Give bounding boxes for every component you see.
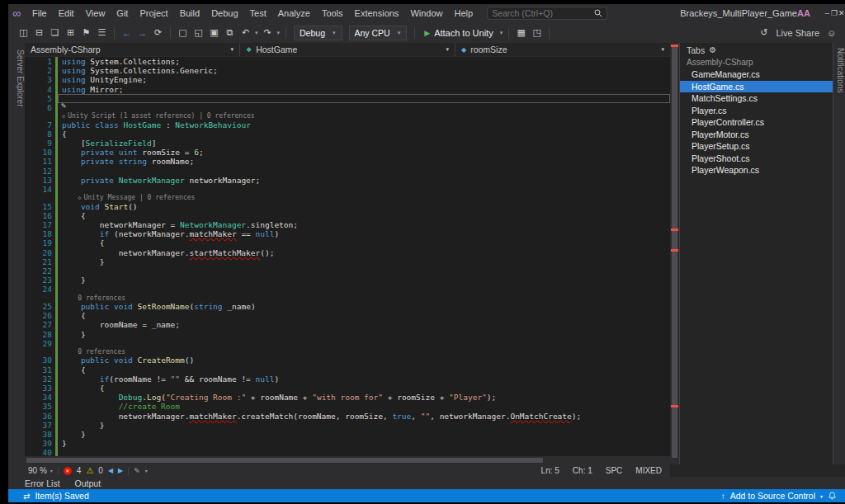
column-indicator[interactable]: Ch: 1 [573,466,592,475]
undo-icon[interactable]: ↶ [238,27,253,38]
open-file-item[interactable]: HostGame.cs [680,81,833,93]
breakpoint-margin[interactable] [25,356,37,365]
vertical-scrollbar-thumb[interactable] [672,46,677,458]
bookmark-icon[interactable]: ⚑ [79,27,93,38]
breakpoint-margin[interactable] [25,257,37,266]
refresh-icon[interactable]: ⟳ [151,27,165,38]
code-editor[interactable]: 1using System.Collections;2using System.… [25,57,670,456]
output-tab[interactable]: Output [75,478,101,488]
line-indicator[interactable]: Ln: 5 [541,466,559,475]
breakpoint-margin[interactable] [25,348,37,356]
project-dropdown[interactable]: Assembly-CSharp ▾ [25,43,240,56]
breakpoint-margin[interactable] [25,311,37,320]
account-badge[interactable]: AA [797,8,810,18]
code-line[interactable]: 12 [25,167,670,176]
breakpoint-margin[interactable] [25,176,37,185]
member-dropdown[interactable]: ◆ roomSize ▾ [456,43,670,56]
pen-icon[interactable]: ✎ [134,467,140,475]
code-line[interactable]: 28 } [25,330,670,339]
code-line[interactable]: 6 [25,103,670,112]
breakpoint-margin[interactable] [25,103,37,112]
feedback-icon[interactable]: ☺ [824,28,838,38]
breakpoint-margin[interactable] [25,220,37,229]
breakpoint-margin[interactable] [25,365,37,374]
open-file-item[interactable]: PlayerSetup.cs [680,140,833,153]
solution-platform-select[interactable]: Any CPU▾ [349,26,408,40]
menu-project[interactable]: Project [134,4,173,22]
redo-icon[interactable]: ↷ [261,27,275,38]
breakpoint-margin[interactable] [25,330,37,339]
code-line[interactable]: 15 void Start() [25,202,670,211]
open-file-item[interactable]: MatchSettings.cs [680,92,833,105]
dropdown-caret-icon[interactable]: ▾ [500,30,503,36]
error-list-tab[interactable]: Error List [25,478,60,488]
code-line[interactable]: 38 } [25,430,670,439]
breakpoint-margin[interactable] [25,112,37,120]
breakpoint-margin[interactable] [25,320,37,329]
code-line[interactable]: 2using System.Collections.Generic; [25,66,670,75]
warning-icon[interactable]: ⚠ [86,466,93,475]
code-line[interactable]: 22 [25,266,670,276]
minimize-button[interactable]: – [824,4,831,22]
breakpoint-margin[interactable] [25,57,37,66]
code-line[interactable]: 1using System.Collections; [25,57,670,66]
pin-tab-icon[interactable]: ◫ [17,27,31,38]
open-file-item[interactable]: PlayerWeapon.cs [680,164,833,177]
open-file-item[interactable]: PlayerController.cs [680,116,833,129]
code-line[interactable]: 32 if(roomName != "" && roomName != null… [25,374,670,384]
breakpoint-margin[interactable] [25,285,37,294]
screenshot-tool-icon[interactable]: ◳ [530,27,544,38]
menu-extensions[interactable]: Extensions [349,4,405,22]
open-file-item[interactable]: Player.cs [680,105,833,117]
code-line[interactable]: 10 private uint roomSize = 6; [25,148,670,157]
breakpoint-margin[interactable] [25,229,37,238]
previous-issue-button[interactable]: ◀ [108,467,113,474]
attach-to-unity-button[interactable]: ▶Attach to Unity [420,28,497,38]
breakpoint-margin[interactable] [25,66,37,75]
breakpoint-margin[interactable] [25,139,37,148]
menu-edit[interactable]: Edit [53,4,80,22]
code-line[interactable]: 40 [25,448,670,456]
code-line[interactable]: 33 { [25,384,670,393]
breakpoint-margin[interactable] [25,339,37,348]
breakpoint-margin[interactable] [25,430,37,439]
float-window-icon[interactable]: ❏ [48,27,62,38]
code-line[interactable]: 26 { [25,311,670,320]
dock-window-icon[interactable]: ⊞ [64,27,78,38]
code-line[interactable]: 3using UnityEngine; [25,75,670,84]
breakpoint-margin[interactable] [25,393,37,402]
code-line[interactable]: 37 } [25,421,670,430]
breakpoint-margin[interactable] [25,294,37,303]
search-box[interactable] [487,7,607,20]
code-line[interactable]: 39} [25,439,670,448]
breakpoint-margin[interactable] [25,194,37,202]
code-line[interactable]: 36 networkManager.matchMaker.createMatch… [25,412,670,421]
code-line[interactable]: 20 networkManager.startMatchMaker(); [25,248,670,257]
line-ending-indicator[interactable]: MIXED [635,466,662,475]
code-line[interactable]: 27 roomName = _name; [25,320,670,329]
codelens-annotation[interactable]: 0 references [25,348,670,356]
split-view-icon[interactable]: ⊟ [32,27,46,38]
code-line[interactable]: 25 public void SetRoomName(string _name) [25,302,670,311]
solution-configuration-select[interactable]: Debug▾ [294,26,342,40]
breakpoint-margin[interactable] [25,202,37,211]
breakpoint-margin[interactable] [25,167,37,176]
live-share-icon[interactable]: ↺ [757,27,771,38]
code-line[interactable]: 24 [25,285,670,294]
menu-tools[interactable]: Tools [316,4,349,22]
notifications-tab[interactable]: Notifications [833,43,845,464]
menu-build[interactable]: Build [174,4,205,22]
breakpoint-margin[interactable] [25,185,37,194]
gear-icon[interactable]: ⚙ [709,45,716,54]
breakpoint-margin[interactable] [25,238,37,247]
code-line[interactable]: 17 networkManager = NetworkManager.singl… [25,220,670,229]
breakpoint-margin[interactable] [25,94,37,103]
warning-count[interactable]: 0 [98,466,103,475]
menu-help[interactable]: Help [449,4,479,22]
code-line[interactable]: 18 if (networkManager.matchMaker == null… [25,229,670,238]
type-dropdown[interactable]: ❖ HostGame ▾ [240,43,456,56]
code-line[interactable]: 11 private string roomName; [25,157,670,166]
vertical-scrollbar[interactable] [670,43,679,464]
error-icon[interactable]: ✕ [64,467,72,475]
code-line[interactable]: 16 { [25,211,670,220]
